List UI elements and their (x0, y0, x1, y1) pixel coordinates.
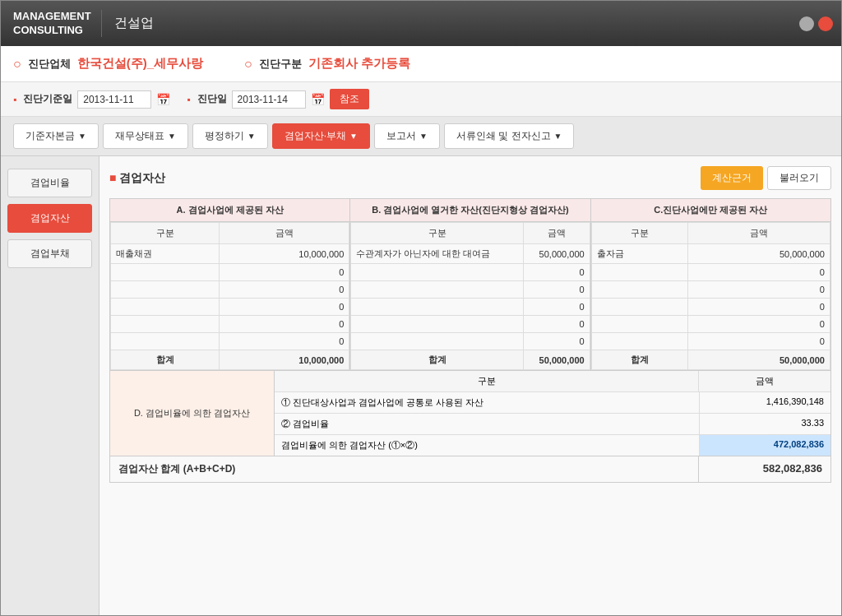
table-a-row0-label: 매출채권 (111, 244, 220, 264)
table-a-data: 구분 금액 매출채권 10,000,000 0 (110, 222, 349, 370)
table-c-total-label: 합계 (591, 350, 687, 370)
ref-button[interactable]: 참조 (330, 89, 369, 109)
table-a-row5-value: 0 (220, 333, 349, 350)
tab-arrow6: ▼ (554, 132, 562, 141)
tab-financial-status[interactable]: 재무상태표 ▼ (103, 123, 188, 149)
tab-base-capital-label: 기준자본금 (25, 129, 75, 143)
window-controls (799, 16, 833, 31)
table-a-row4-value: 0 (220, 316, 349, 333)
section-d-row2: 겸업비율에 의한 겸업자산 (①×②) 472,082,836 (275, 435, 830, 456)
section-d-row1-label: ② 겸업비율 (275, 414, 699, 434)
table-row: 0 (591, 333, 830, 350)
table-row: 0 (591, 281, 830, 299)
table-c-row2-value: 0 (687, 281, 830, 299)
tab-concurrent-assets[interactable]: 겸업자산·부채 ▼ (272, 123, 370, 149)
section-d-label: D. 겸업비율에 의한 겸업자산 (110, 371, 275, 456)
diagnosis-company-value: 한국건설(주)_세무사랑 (77, 56, 203, 72)
diagnosis-date-bullet: ▪ (187, 94, 190, 105)
tab-arrow2: ▼ (168, 132, 176, 141)
sidebar-btn-concurrent-ratio[interactable]: 겸업비율 (7, 169, 92, 197)
content-area: 겸업자산 계산근거 불러오기 A. 겸업사업에 제공된 자산 구분 금액 (99, 156, 841, 615)
table-b: B. 겸업사업에 열거한 자산(진단지형상 겸업자산) 구분 금액 수관계자가 … (350, 199, 590, 370)
table-row: 0 (591, 316, 830, 333)
bullet-icon2: ○ (244, 57, 252, 72)
table-c-total: 합계 50,000,000 (591, 350, 830, 370)
calendar-icon[interactable]: 📅 (156, 93, 170, 106)
sidebar-btn-concurrent-liabilities[interactable]: 겸업부채 (7, 239, 92, 268)
table-a-row5-label (111, 333, 220, 350)
base-date-bullet: ▪ (13, 94, 16, 105)
diagnosis-date-input[interactable] (232, 90, 306, 109)
tab-evaluation[interactable]: 평정하기 ▼ (192, 123, 268, 149)
table-c-col-label: 구분 (591, 223, 687, 244)
tab-arrow4: ▼ (349, 132, 358, 141)
section-d-row2-value: 472,082,836 (699, 435, 830, 456)
table-c-row0-value: 50,000,000 (687, 244, 830, 264)
table-b-row5-value: 0 (523, 333, 590, 350)
table-c-col-value: 금액 (687, 223, 830, 244)
tab-concurrent-assets-label: 겸업자산·부채 (285, 129, 346, 143)
table-c-row1-label (591, 264, 687, 281)
table-b-row1-label (351, 264, 523, 281)
main-content: 겸업비율 겸업자산 겸업부채 겸업자산 계산근거 불러오기 A. 겸업사업에 제… (1, 156, 841, 615)
section-d-header-col1: 구분 (275, 371, 699, 391)
section-d: D. 겸업비율에 의한 겸업자산 구분 금액 ① 진단대상사업과 겸업사업에 공… (109, 371, 831, 456)
table-row: 출자금 50,000,000 (591, 244, 830, 264)
total-row: 겸업자산 합계 (A+B+C+D) 582,082,836 (109, 456, 831, 483)
sidebar: 겸업비율 겸업자산 겸업부채 (1, 156, 99, 615)
section-d-row2-label: 겸업비율에 의한 겸업자산 (①×②) (275, 435, 699, 456)
table-b-total: 합계 50,000,000 (351, 350, 590, 370)
table-b-row0-value: 50,000,000 (523, 244, 590, 264)
table-c-row3-value: 0 (687, 299, 830, 316)
table-row: 0 (111, 316, 349, 333)
table-b-col-value: 금액 (523, 223, 590, 244)
main-tables: A. 겸업사업에 제공된 자산 구분 금액 매출채권 10,000,000 (109, 198, 831, 371)
table-b-title: B. 겸업사업에 열거한 자산(진단지형상 겸업자산) (350, 199, 590, 222)
app-logo: MANAGEMENT CONSULTING (9, 10, 102, 38)
tab-arrow: ▼ (78, 132, 86, 141)
diagnosis-date-label: 진단일 (197, 92, 227, 106)
table-a-col-value: 금액 (220, 223, 349, 244)
table-a-total-label: 합계 (111, 350, 220, 370)
table-row: 0 (111, 299, 349, 316)
tab-base-capital[interactable]: 기준자본금 ▼ (13, 123, 99, 149)
table-b-data: 구분 금액 수관계자가 아닌자에 대한 대여금 50,000,000 (350, 222, 590, 370)
table-row: 0 (111, 281, 349, 299)
table-a-row1-value: 0 (220, 264, 349, 281)
minimize-button[interactable] (799, 16, 814, 31)
section-d-header: 구분 금액 (275, 371, 830, 392)
table-c-title: C.진단사업에만 제공된 자산 (591, 199, 830, 222)
section-d-row0: ① 진단대상사업과 겸업사업에 공통로 사용된 자산 1,416,390,148 (275, 392, 830, 414)
tab-report-label: 보고서 (386, 129, 416, 143)
info-bar: ○ 진단업체 한국건설(주)_세무사랑 ○ 진단구분 기존회사 추가등록 (1, 46, 841, 82)
table-a-total-value: 10,000,000 (220, 350, 349, 370)
tab-print[interactable]: 서류인쇄 및 전자신고 ▼ (444, 123, 575, 149)
table-c-data: 구분 금액 출자금 50,000,000 0 (591, 222, 830, 370)
table-row: 0 (351, 333, 590, 350)
section-d-row0-value: 1,416,390,148 (699, 392, 830, 413)
base-date-input[interactable] (77, 90, 151, 109)
table-a-row2-label (111, 281, 220, 299)
table-row: 0 (591, 264, 830, 281)
table-b-row3-value: 0 (523, 299, 590, 316)
titlebar: MANAGEMENT CONSULTING 건설업 (1, 1, 841, 46)
table-b-row2-value: 0 (523, 281, 590, 299)
date-bar: ▪ 진단기준일 📅 ▪ 진단일 📅 참조 (1, 82, 841, 117)
table-b-total-value: 50,000,000 (523, 350, 590, 370)
load-button[interactable]: 불러오기 (767, 166, 831, 190)
table-c-row2-label (591, 281, 687, 299)
table-b-row5-label (351, 333, 523, 350)
table-c-row1-value: 0 (687, 264, 830, 281)
sidebar-btn-concurrent-assets[interactable]: 겸업자산 (7, 204, 92, 233)
table-c-row0-label: 출자금 (591, 244, 687, 264)
table-row: 0 (591, 299, 830, 316)
diagnosis-company-label: 진단업체 (28, 57, 71, 72)
tab-arrow5: ▼ (419, 132, 428, 141)
calc-button[interactable]: 계산근거 (701, 166, 763, 190)
tab-evaluation-label: 평정하기 (205, 129, 244, 143)
calendar-icon2[interactable]: 📅 (311, 93, 325, 106)
table-c-row3-label (591, 299, 687, 316)
tab-report[interactable]: 보고서 ▼ (374, 123, 440, 149)
section-d-row0-label: ① 진단대상사업과 겸업사업에 공통로 사용된 자산 (275, 392, 699, 413)
close-button[interactable] (818, 16, 833, 31)
